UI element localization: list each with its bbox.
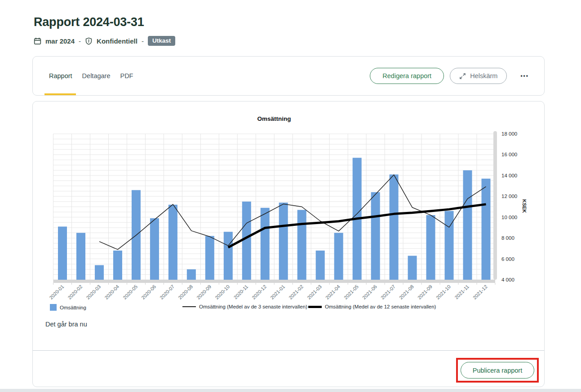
card-footer: Publicera rapport [33, 350, 544, 387]
svg-text:2021-09: 2021-09 [417, 284, 433, 300]
svg-text:2021-02: 2021-02 [288, 284, 304, 300]
svg-text:4 000: 4 000 [501, 277, 514, 282]
svg-text:2020-01: 2020-01 [48, 284, 65, 300]
x-axis-band [53, 280, 496, 283]
legend-label: Omsättning (Medel av de 3 senaste interv… [199, 304, 307, 309]
expand-icon [459, 73, 466, 79]
publish-highlight-box: Publicera rapport [456, 358, 539, 383]
tab-pdf[interactable]: PDF [120, 70, 133, 81]
svg-text:2020-10: 2020-10 [214, 284, 231, 300]
thin-line-swatch [182, 306, 196, 307]
svg-text:2020-12: 2020-12 [251, 284, 267, 300]
square-swatch [50, 304, 57, 311]
tab-deltagare[interactable]: Deltagare [82, 70, 111, 81]
fullscreen-label: Helskärm [470, 72, 497, 79]
svg-text:2021-06: 2021-06 [361, 284, 378, 300]
svg-text:2020-04: 2020-04 [103, 284, 120, 300]
svg-text:12 000: 12 000 [501, 194, 517, 199]
x-axis-labels: 2020-012020-022020-032020-042020-052020-… [48, 284, 488, 300]
report-meta: mar 2024 - Konfidentiell - Utkast [34, 36, 175, 46]
svg-text:18 000: 18 000 [501, 131, 517, 137]
active-tab-underline [44, 93, 76, 95]
svg-text:2021-03: 2021-03 [306, 284, 323, 300]
svg-text:2020-11: 2020-11 [233, 284, 249, 300]
chart-scrollbar[interactable] [493, 131, 497, 280]
chart-legend: OmsättningOmsättning (Medel av de 3 sena… [33, 304, 544, 314]
svg-text:2020-03: 2020-03 [85, 284, 102, 300]
svg-text:2021-10: 2021-10 [435, 284, 452, 300]
publish-report-button[interactable]: Publicera rapport [461, 362, 534, 379]
legend-label: Omsättning [60, 305, 86, 310]
svg-text:2021-07: 2021-07 [380, 284, 396, 300]
legend-label: Omsättning (Medel av de 12 senaste inter… [325, 304, 436, 309]
revenue-chart: 4 0006 0008 00010 00012 00014 00016 0001… [39, 128, 533, 301]
meta-separator: - [79, 37, 81, 45]
report-page: Rapport 2024-03-31 mar 2024 - Konfidenti… [0, 0, 581, 392]
report-comment: Det går bra nu [45, 321, 87, 328]
y-axis-title: KSEK [522, 199, 527, 213]
more-options-button[interactable]: ••• [517, 68, 532, 84]
svg-text:6 000: 6 000 [501, 256, 514, 262]
report-content-card: Omsättning 4 0006 0008 00010 00012 00014… [32, 101, 545, 387]
meta-separator: - [142, 37, 144, 45]
svg-text:10 000: 10 000 [501, 215, 517, 220]
y-axis-labels: 4 0006 0008 00010 00012 00014 00016 0001… [501, 131, 517, 282]
confidentiality-label: Konfidentiell [97, 37, 137, 45]
bottom-page-strip [0, 389, 581, 392]
legend-item-2[interactable]: Omsättning (Medel av de 3 senaste interv… [182, 304, 307, 309]
status-badge: Utkast [148, 36, 175, 46]
edit-report-button[interactable]: Redigera rapport [370, 68, 444, 84]
tabs-card: Rapport Deltagare PDF Redigera rapport H… [32, 56, 545, 96]
svg-text:2020-08: 2020-08 [177, 284, 194, 300]
svg-text:2021-12: 2021-12 [472, 284, 488, 300]
shield-icon [85, 37, 93, 45]
svg-text:2021-01: 2021-01 [269, 284, 286, 300]
svg-text:2020-07: 2020-07 [159, 284, 175, 300]
page-title: Rapport 2024-03-31 [34, 15, 144, 29]
legend-item-3[interactable]: Omsättning (Medel av de 12 senaste inter… [308, 304, 436, 309]
calendar-icon [34, 37, 41, 45]
report-period: mar 2024 [45, 37, 75, 45]
svg-text:8 000: 8 000 [501, 235, 514, 241]
fullscreen-button[interactable]: Helskärm [450, 68, 507, 84]
svg-text:2020-02: 2020-02 [67, 284, 83, 300]
tab-bar: Rapport Deltagare PDF [49, 70, 133, 81]
svg-text:2021-11: 2021-11 [453, 284, 470, 300]
svg-text:16 000: 16 000 [501, 152, 517, 157]
svg-text:2020-09: 2020-09 [195, 284, 212, 300]
svg-text:14 000: 14 000 [501, 173, 517, 178]
svg-text:2020-05: 2020-05 [122, 284, 138, 300]
svg-text:2021-05: 2021-05 [343, 284, 359, 300]
thick-line-swatch [308, 306, 322, 308]
chart-title: Omsättning [53, 115, 495, 122]
legend-item-1[interactable]: Omsättning [50, 304, 86, 311]
svg-text:2020-06: 2020-06 [140, 284, 157, 300]
tab-rapport[interactable]: Rapport [49, 70, 72, 81]
svg-text:2021-08: 2021-08 [398, 284, 415, 300]
toolbar-actions: Redigera rapport Helskärm ••• [370, 68, 532, 84]
svg-text:2021-04: 2021-04 [324, 284, 341, 300]
